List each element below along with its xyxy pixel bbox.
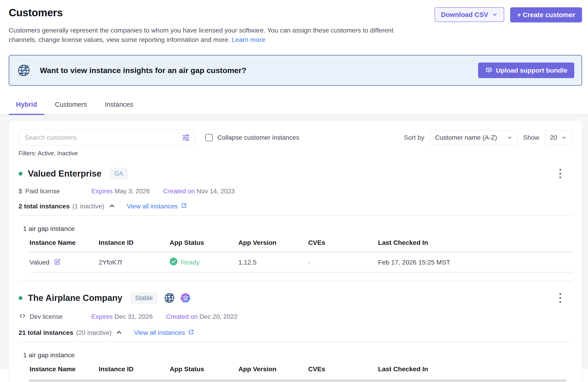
- instances-summary-row: 21 total instances (20 inactive) View al…: [19, 329, 572, 337]
- instance-id-cell: 2YfoK7f: [99, 258, 170, 266]
- customer-meta: $ Paid license Expires May 3, 2026 Creat…: [19, 188, 572, 195]
- airgap-banner: Want to view instance insights for an ai…: [9, 55, 582, 86]
- tab-hybrid[interactable]: Hybrid: [9, 101, 44, 114]
- inactive-count: (1 inactive): [72, 202, 104, 210]
- customers-card: Collapse customer instances Sort by Cust…: [9, 120, 582, 382]
- col-instance-name: Instance Name: [30, 365, 99, 373]
- view-all-instances-link[interactable]: View all instances: [134, 329, 194, 337]
- page-description: Customers generally represent the compan…: [9, 26, 416, 44]
- customer-meta: Dev license Expires Dec 31, 2026 Created…: [19, 312, 572, 321]
- col-last-checked-in: Last Checked In: [378, 365, 573, 373]
- horizontal-scrollbar[interactable]: [29, 380, 566, 382]
- created-group: Created on Nov 14, 2023: [163, 188, 235, 195]
- app-status-cell: Ready: [170, 258, 238, 267]
- instance-table: Instance Name Instance ID App Status App…: [30, 365, 573, 379]
- create-customer-button[interactable]: + Create customer: [510, 7, 582, 22]
- col-instance-name: Instance Name: [30, 239, 99, 246]
- tab-customers[interactable]: Customers: [48, 101, 94, 114]
- col-instance-id: Instance ID: [99, 239, 170, 246]
- channel-badge: Stable: [130, 292, 157, 304]
- customer-section-divider: [19, 281, 572, 281]
- customer-card-airplane-company: The Airplane Company Stable: [19, 291, 572, 382]
- learn-more-link[interactable]: Learn more: [232, 36, 265, 43]
- view-all-instances-label: View all instances: [127, 203, 178, 210]
- col-app-version: App Version: [238, 239, 308, 246]
- sort-select-value: Customer name (A-Z): [435, 134, 497, 141]
- customer-name[interactable]: The Airplane Company: [28, 293, 122, 303]
- instance-count: 2 total instances: [19, 202, 70, 210]
- sort-select[interactable]: Customer name (A-Z): [430, 130, 518, 145]
- upload-support-bundle-label: Upload support bundle: [496, 67, 567, 74]
- search-input[interactable]: [19, 130, 195, 146]
- expires-label: Expires: [91, 188, 113, 195]
- license-type: Dev license: [19, 312, 91, 321]
- license-type: $ Paid license: [19, 188, 91, 195]
- col-app-status: App Status: [170, 365, 238, 373]
- upload-support-bundle-button[interactable]: Upload support bundle: [478, 63, 574, 78]
- filter-sliders-icon[interactable]: [182, 133, 190, 142]
- chevron-down-icon: [507, 135, 512, 140]
- filters-summary: Filters: Active, Inactive: [19, 150, 572, 157]
- sort-by-label: Sort by: [404, 134, 424, 141]
- customer-name[interactable]: Valued Enterprise: [28, 169, 102, 179]
- check-circle-icon: [170, 258, 177, 267]
- search-wrap: [19, 130, 195, 146]
- created-value: Dec 20, 2022: [199, 313, 238, 320]
- edit-icon: [54, 258, 61, 266]
- code-icon: [19, 312, 26, 321]
- collapse-instances-toggle[interactable]: Collapse customer instances: [205, 134, 299, 141]
- expires-value: May 3, 2026: [114, 188, 150, 195]
- chevron-down-icon: [561, 135, 567, 140]
- customer-card-valued-enterprise: Valued Enterprise GA $ Paid license Expi…: [19, 167, 572, 273]
- customer-head: Valued Enterprise GA: [19, 167, 572, 180]
- edit-instance-button[interactable]: [54, 258, 61, 266]
- kebab-menu-button[interactable]: [558, 167, 563, 180]
- airgap-instance-heading: 1 air gap instance: [19, 225, 572, 233]
- instance-table-header: Instance Name Instance ID App Status App…: [30, 365, 573, 379]
- col-cves: CVEs: [308, 365, 378, 373]
- tab-instances[interactable]: Instances: [98, 101, 141, 114]
- divider: [19, 215, 572, 216]
- expires-group: Expires Dec 31, 2026: [91, 313, 153, 320]
- airgap-instance-heading: 1 air gap instance: [19, 351, 572, 359]
- airgap-icon: [164, 292, 175, 304]
- view-all-instances-link[interactable]: View all instances: [127, 202, 187, 210]
- dollar-icon: $: [19, 188, 22, 195]
- instances-summary-row: 2 total instances (1 inactive) View all …: [19, 202, 572, 210]
- license-type-label: Paid license: [25, 188, 60, 195]
- page-header: Customers Customers generally represent …: [0, 0, 588, 44]
- app-version-cell: 1.12.5: [238, 258, 308, 266]
- chevron-down-icon: [492, 12, 498, 18]
- cves-cell: -: [308, 258, 378, 266]
- collapse-instances-checkbox[interactable]: [205, 134, 213, 141]
- upload-icon: [485, 66, 493, 74]
- tab-bar: Hybrid Customers Instances: [0, 101, 588, 115]
- license-type-label: Dev license: [30, 313, 63, 320]
- col-app-status: App Status: [170, 239, 238, 246]
- toolbar: Collapse customer instances Sort by Cust…: [19, 130, 572, 146]
- last-checked-in-cell: Feb 17, 2026 15:25 MST: [378, 258, 573, 266]
- customer-head: The Airplane Company Stable: [19, 291, 572, 305]
- external-link-icon: [188, 329, 194, 337]
- show-label: Show: [523, 134, 539, 141]
- download-csv-label: Download CSV: [441, 11, 488, 19]
- customer-type-icons: [164, 292, 191, 304]
- instance-table: Instance Name Instance ID App Status App…: [30, 239, 573, 273]
- instance-count: 21 total instances: [19, 329, 73, 337]
- expires-label: Expires: [91, 313, 113, 320]
- collapse-section-button[interactable]: [108, 202, 115, 210]
- instance-name-cell: Valued: [30, 258, 99, 266]
- instance-table-header: Instance Name Instance ID App Status App…: [30, 239, 573, 252]
- active-status-dot: [19, 296, 22, 300]
- expires-value: Dec 31, 2026: [114, 313, 153, 320]
- toolbar-right: Sort by Customer name (A-Z) Show 20: [404, 130, 572, 145]
- collapse-section-button[interactable]: [116, 329, 123, 337]
- kebab-menu-button[interactable]: [558, 291, 563, 305]
- show-select[interactable]: 20: [545, 130, 572, 145]
- kubernetes-icon: [180, 292, 191, 304]
- created-label: Created on: [163, 188, 195, 195]
- col-app-version: App Version: [238, 365, 308, 373]
- page-title: Customers: [9, 6, 416, 19]
- app-status-text: Ready: [181, 258, 199, 266]
- download-csv-button[interactable]: Download CSV: [435, 7, 504, 22]
